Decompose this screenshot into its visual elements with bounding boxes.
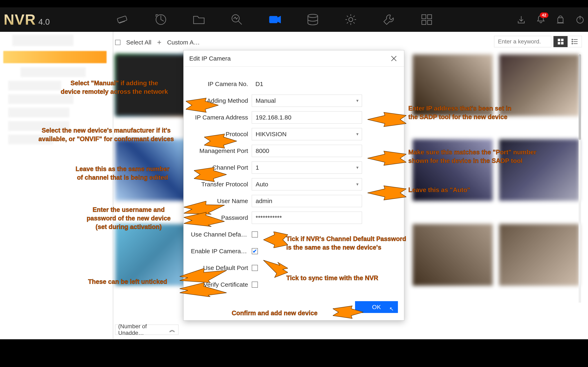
svg-line-4 [238,21,242,25]
svg-rect-11 [422,20,426,25]
sidebar-item[interactable] [8,121,69,131]
use-default-port-checkbox[interactable] [252,265,258,271]
settings-icon[interactable] [344,13,357,26]
management-port-input[interactable]: 8000 [252,145,362,157]
svg-rect-18 [558,39,560,41]
svg-rect-20 [558,42,560,44]
camera-icon[interactable] [268,13,281,26]
cursor-icon: ↖ [389,306,394,312]
camera-thumb[interactable] [412,54,493,116]
sidebar-item[interactable] [20,67,86,77]
label-protocol: Protocol [191,131,252,138]
password-input[interactable]: *********** [252,212,362,224]
label-adding-method: Adding Method [191,97,252,104]
label-use-channel-default: Use Channel Defaul… [191,231,252,238]
apps-icon[interactable] [420,13,433,26]
select-all-label: Select All [126,39,151,46]
camera-thumb[interactable] [499,54,579,116]
camera-thumb[interactable] [499,139,579,201]
select-all-checkbox[interactable] [115,40,121,45]
chevron-down-icon: ▾ [356,98,359,103]
grid-view-icon [557,38,564,45]
verify-cert-checkbox[interactable] [252,282,258,288]
camera-thumb[interactable] [412,139,493,201]
svg-point-7 [308,14,318,17]
list-view-icon [571,38,578,45]
grid-scrollbar[interactable] [579,54,581,303]
logo-version: 4.0 [38,17,50,26]
protocol-select[interactable]: HIKVISION▾ [252,128,362,140]
label-transfer-proto: Transfer Protocol [191,181,252,188]
plus-icon[interactable]: + [157,38,161,47]
maintenance-icon[interactable] [382,13,395,26]
value-camera-no: D1 [252,81,362,87]
svg-rect-5 [269,16,277,23]
custom-add-label[interactable]: Custom A… [167,39,200,46]
svg-marker-6 [277,16,281,23]
svg-rect-0 [117,16,127,23]
sidebar-item[interactable] [8,108,69,117]
enable-time-checkbox[interactable] [252,248,258,254]
label-enable-time: Enable IP Camera T… [191,248,252,255]
camera-address-input[interactable]: 192.168.1.80 [252,111,362,124]
view-switch[interactable] [553,36,582,47]
channel-port-select[interactable]: 1▾ [252,161,362,174]
download-icon[interactable] [517,15,526,24]
label-password: Password [191,214,252,221]
top-bar: NVR 4.0 42 [0,7,588,32]
app-logo: NVR 4.0 [4,11,50,28]
camera-thumb[interactable] [412,224,493,286]
alarm-icon[interactable] [556,15,565,24]
storage-icon[interactable] [306,13,319,26]
dialog-title: Edit IP Camera [189,55,231,62]
chevron-down-icon: ▾ [356,132,359,137]
sidebar [0,32,112,339]
sidebar-item[interactable] [8,81,61,91]
label-mgmt-port: Management Port [191,147,252,154]
chevron-down-icon: ▾ [356,165,359,170]
unadded-label: (Number of Unadde… [118,323,169,336]
topbar-right: 42 [517,7,585,32]
label-channel-port: Channel Port [191,164,252,171]
label-username: User Name [191,198,252,205]
power-icon[interactable] [575,15,585,24]
notification-badge: 42 [540,12,548,18]
logo-text: NVR [4,11,36,28]
sidebar-item-selected[interactable] [3,51,107,63]
label-verify-cert: Verify Certificate [191,281,252,288]
svg-rect-12 [428,20,432,25]
sidebar-item[interactable] [8,134,53,144]
label-use-default-port: Use Default Port [191,264,252,271]
svg-rect-14 [558,18,563,23]
adding-method-select[interactable]: Manual▾ [252,95,362,107]
files-icon[interactable] [192,13,205,26]
use-channel-default-checkbox[interactable] [252,231,258,238]
sidebar-item[interactable] [12,35,73,46]
liveview-icon[interactable] [116,13,130,26]
close-icon [390,55,397,62]
camera-thumb[interactable] [499,224,579,286]
search-input[interactable] [494,36,551,47]
edit-ip-camera-dialog: Edit IP Camera IP Camera No. D1 Adding M… [183,50,404,320]
username-input[interactable]: admin [252,195,362,207]
dialog-header: Edit IP Camera [183,50,404,67]
notifications-button[interactable]: 42 [536,15,545,25]
transfer-protocol-select[interactable]: Auto▾ [252,178,362,191]
camera-toolbar: Select All + Custom A… [115,36,200,49]
unadded-bar[interactable]: (Number of Unadde… ︽ [115,325,178,335]
svg-point-25 [572,39,573,40]
svg-rect-19 [561,39,563,41]
sidebar-item[interactable] [8,94,73,104]
svg-rect-10 [428,15,432,19]
playback-icon[interactable] [154,13,167,26]
dialog-form: IP Camera No. D1 Adding Method Manual▾ I… [183,67,404,293]
close-button[interactable] [389,54,398,63]
smart-icon[interactable] [230,13,243,26]
chevron-down-icon: ▾ [356,182,359,187]
chevron-up-icon: ︽ [169,325,175,334]
main-nav [116,7,433,32]
label-camera-no: IP Camera No. [191,81,252,87]
svg-point-26 [572,41,573,42]
svg-point-27 [572,43,573,44]
svg-point-8 [349,17,353,22]
